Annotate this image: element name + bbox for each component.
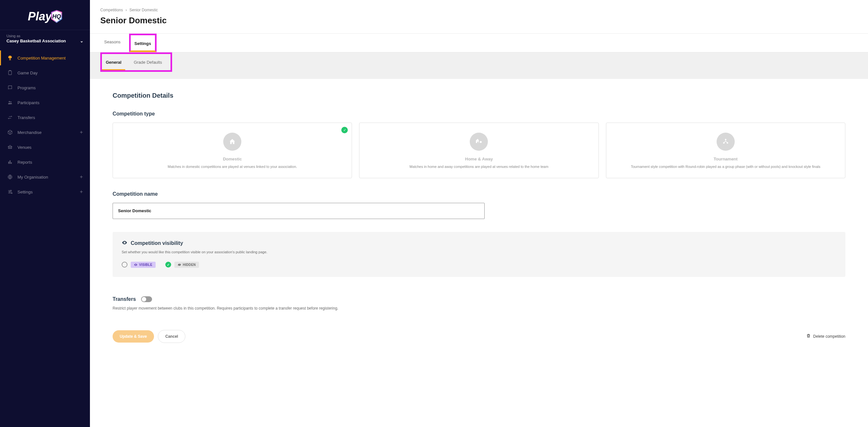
type-option-tournament[interactable]: Tournament Tournament style competition …	[606, 123, 845, 178]
nav-label: Competition Management	[18, 56, 66, 60]
type-option-home-away[interactable]: Home & Away Matches in home and away com…	[359, 123, 598, 178]
nav-reports[interactable]: Reports	[0, 155, 90, 170]
tab-settings[interactable]: Settings	[129, 34, 157, 52]
delete-label: Delete competition	[813, 334, 845, 339]
page-title: Senior Domestic	[100, 16, 858, 26]
nav-label: Game Day	[18, 70, 37, 75]
breadcrumb-current: Senior Domestic	[129, 8, 158, 12]
transfers-toggle[interactable]	[141, 296, 152, 302]
svg-point-2	[10, 101, 11, 102]
svg-point-7	[10, 190, 11, 191]
transfer-icon	[7, 115, 13, 120]
nav-my-organisation[interactable]: My Organisation +	[0, 170, 90, 184]
transfers-desc: Restrict player movement between clubs i…	[113, 306, 845, 310]
nav-label: Reports	[18, 160, 32, 165]
svg-point-10	[725, 139, 726, 141]
update-save-button[interactable]: Update & Save	[113, 330, 154, 342]
competition-name-label: Competition name	[113, 191, 845, 197]
breadcrumb-parent[interactable]: Competitions	[100, 8, 123, 12]
main-content: Competitions › Senior Domestic Senior Do…	[90, 0, 868, 427]
nav-label: Programs	[18, 85, 36, 90]
nav-transfers[interactable]: Transfers	[0, 110, 90, 125]
badge-label: VISIBLE	[139, 263, 152, 267]
nav-competition-management[interactable]: Competition Management	[0, 51, 90, 65]
chevron-down-icon: ⌄	[80, 38, 84, 43]
type-title: Tournament	[614, 157, 837, 161]
cancel-button[interactable]: Cancel	[158, 330, 185, 343]
competition-type-options: ✓ Domestic Matches in domestic competiti…	[113, 123, 845, 178]
logo-area: Play HQ	[0, 0, 90, 30]
trophy-icon	[7, 55, 13, 61]
subtab-grade-defaults[interactable]: Grade Defaults	[130, 54, 166, 70]
gray-band	[90, 72, 868, 79]
nav-label: My Organisation	[18, 175, 48, 180]
nav-participants[interactable]: Participants	[0, 95, 90, 110]
visibility-option-visible[interactable]: VISIBLE	[122, 262, 156, 268]
toggle-knob	[142, 297, 146, 302]
subtab-general[interactable]: General	[102, 54, 125, 70]
transfers-title: Transfers	[113, 296, 136, 302]
svg-rect-3	[8, 162, 9, 164]
type-desc: Matches in domestic competitions are pla…	[121, 164, 344, 170]
primary-tabs: Seasons Settings	[90, 34, 868, 52]
using-as-label: Using as	[6, 34, 84, 38]
tab-seasons[interactable]: Seasons	[100, 34, 125, 52]
logo-shield-icon: HQ	[51, 10, 62, 23]
court-icon	[7, 144, 13, 150]
type-title: Domestic	[121, 157, 344, 161]
badge-label: HIDDEN	[183, 263, 196, 267]
svg-rect-5	[11, 162, 12, 164]
nav-settings[interactable]: Settings +	[0, 184, 90, 199]
logo[interactable]: Play HQ	[28, 10, 62, 23]
nav-label: Transfers	[18, 115, 35, 120]
org-name: Casey Basketball Association	[6, 38, 66, 43]
competition-name-input[interactable]	[113, 203, 485, 219]
sliders-icon	[7, 189, 13, 195]
transfers-header: Transfers	[113, 296, 845, 302]
secondary-tabs: General Grade Defaults	[90, 52, 868, 72]
visibility-desc: Set whether you would like this competit…	[122, 250, 836, 254]
competition-type-label: Competition type	[113, 111, 845, 117]
nav-venues[interactable]: Venues	[0, 140, 90, 155]
box-icon	[7, 129, 13, 135]
check-icon: ✓	[341, 127, 348, 133]
home-icon	[223, 133, 241, 151]
type-title: Home & Away	[367, 157, 590, 161]
svg-point-8	[9, 191, 10, 192]
globe-icon	[7, 174, 13, 180]
sidebar-nav: Competition Management Game Day Programs…	[0, 47, 90, 427]
nav-label: Settings	[18, 189, 33, 194]
section-title: Competition Details	[113, 92, 845, 99]
svg-rect-4	[10, 160, 11, 164]
visibility-title: Competition visibility	[131, 240, 183, 246]
bracket-icon	[717, 133, 735, 151]
svg-rect-0	[8, 71, 11, 75]
home-away-icon	[470, 133, 488, 151]
radio-checked-icon	[165, 262, 171, 268]
chart-icon	[7, 159, 13, 165]
content: Competition Details Competition type ✓ D…	[90, 79, 868, 362]
users-icon	[7, 100, 13, 105]
visibility-panel: Competition visibility Set whether you w…	[113, 232, 845, 277]
nav-programs[interactable]: Programs	[0, 80, 90, 95]
nav-label: Participants	[18, 100, 39, 105]
delete-competition-link[interactable]: Delete competition	[806, 334, 845, 339]
sidebar: Play HQ Using as Casey Basketball Associ…	[0, 0, 90, 427]
nav-game-day[interactable]: Game Day	[0, 65, 90, 80]
nav-label: Venues	[18, 145, 31, 150]
type-desc: Matches in home and away competitions ar…	[367, 164, 590, 170]
action-bar: Update & Save Cancel Delete competition	[113, 330, 845, 343]
type-desc: Tournament style competition with Round-…	[614, 164, 837, 170]
svg-point-1	[9, 101, 10, 102]
plus-icon: +	[80, 189, 83, 195]
org-switcher[interactable]: Using as Casey Basketball Association ⌄	[0, 30, 90, 47]
type-option-domestic[interactable]: ✓ Domestic Matches in domestic competiti…	[113, 123, 352, 178]
visibility-radio-group: VISIBLE HIDDEN	[122, 262, 836, 268]
plus-icon: +	[80, 174, 83, 180]
nav-label: Merchandise	[18, 130, 41, 135]
nav-merchandise[interactable]: Merchandise +	[0, 125, 90, 140]
clipboard-icon	[7, 70, 13, 76]
visibility-option-hidden[interactable]: HIDDEN	[165, 262, 199, 268]
breadcrumb: Competitions › Senior Domestic	[100, 8, 858, 12]
eye-icon	[122, 240, 127, 247]
